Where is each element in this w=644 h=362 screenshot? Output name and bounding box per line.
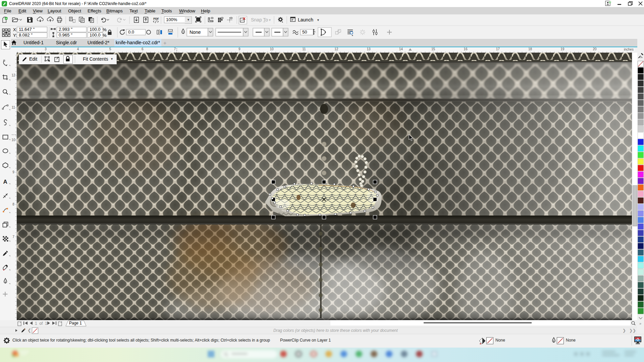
svg-text:4: 4 — [77, 47, 79, 51]
svg-text:»: » — [639, 321, 641, 325]
svg-text:7: 7 — [12, 235, 14, 239]
svg-text:5: 5 — [109, 47, 111, 51]
svg-text:20: 20 — [593, 47, 597, 51]
svg-text:11: 11 — [12, 106, 15, 109]
svg-text:8: 8 — [12, 202, 14, 206]
svg-text:7: 7 — [174, 47, 176, 51]
svg-text:19: 19 — [560, 47, 565, 51]
svg-text:6: 6 — [142, 47, 144, 51]
svg-text:9: 9 — [238, 47, 240, 51]
svg-text:10: 10 — [270, 47, 274, 51]
svg-text:15: 15 — [431, 47, 435, 51]
svg-text:PDF: PDF — [153, 17, 159, 20]
svg-text:10: 10 — [11, 138, 15, 142]
svg-text:3: 3 — [45, 47, 47, 51]
svg-text:18: 18 — [528, 47, 532, 51]
svg-text:12: 12 — [11, 73, 15, 77]
svg-text:9: 9 — [12, 170, 14, 174]
svg-text:16: 16 — [464, 47, 468, 51]
svg-text:None: None — [190, 29, 201, 35]
svg-text:12: 12 — [334, 47, 338, 51]
svg-text:8: 8 — [206, 47, 208, 51]
svg-text:11: 11 — [302, 47, 306, 51]
svg-text:A: A — [3, 179, 7, 185]
svg-text:13: 13 — [367, 47, 371, 51]
svg-text:17: 17 — [496, 47, 500, 51]
svg-text:14: 14 — [399, 47, 403, 51]
